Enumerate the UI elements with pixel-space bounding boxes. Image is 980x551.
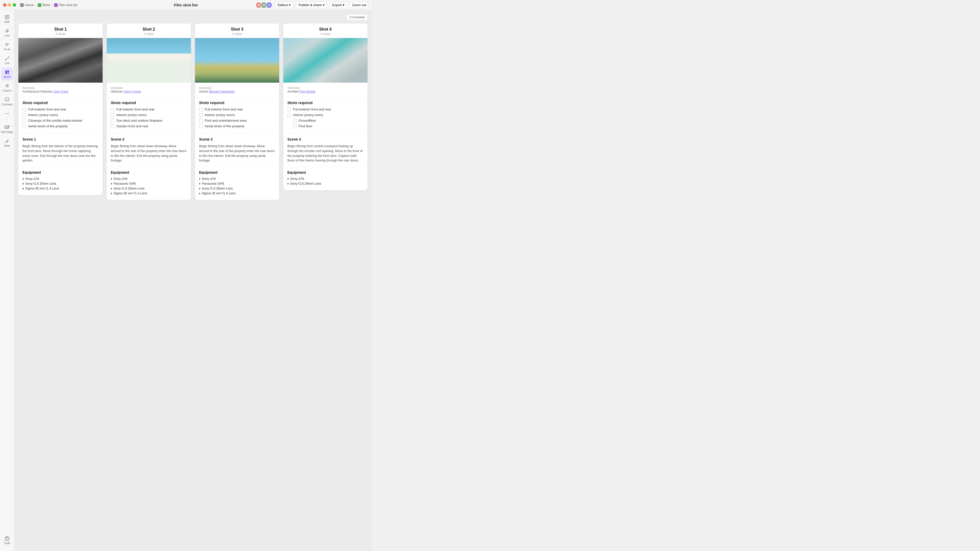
shot-header: Shot 1 4 cards [18, 24, 103, 38]
checkbox[interactable] [111, 124, 115, 128]
checklist-item: Interior (every room) [111, 113, 187, 117]
checklist-item: Sun deck and outdoor fireplace [111, 119, 187, 122]
svg-point-8 [5, 59, 6, 60]
title-bar: Home › Work › Film shot list Film shot l… [0, 0, 372, 10]
svg-rect-25 [5, 537, 9, 540]
checkbox[interactable] [22, 124, 26, 128]
checkbox-sub[interactable] [293, 124, 297, 128]
sidebar-item-board[interactable]: Board [1, 67, 13, 81]
equipment-item: Sony f1.8 28mm Lens [287, 182, 363, 186]
svg-rect-10 [5, 70, 7, 74]
sidebar-item-column[interactable]: Column [1, 81, 13, 94]
checklist-item: Full exterior front and rear [111, 107, 187, 111]
checkbox[interactable] [199, 108, 203, 111]
checklist-sub-item: Groundfloor [293, 119, 363, 122]
zoom-out-button[interactable]: Zoom out [350, 2, 369, 8]
equipment-label: Sony a7iii [25, 177, 39, 181]
shot-image [18, 38, 103, 83]
checklist-item: Closeups of the prefab metal exterior [22, 119, 99, 122]
shots-required-title: Shots required [111, 101, 187, 105]
svg-point-19 [8, 113, 9, 114]
sidebar-item-add-image[interactable]: Add image [1, 122, 13, 136]
main-content: 0 Unsorted Shot 1 4 cards Interview Arch… [14, 10, 372, 551]
checklist-sub-label: Groundfloor [299, 119, 316, 122]
equipment-section: Equipment Sony a7iii Sony f1.8 28mm Lens… [18, 167, 103, 195]
equipment-label: Sony f1.8 28mm Lens [25, 182, 56, 186]
sidebar-item-more[interactable]: ... [1, 109, 13, 122]
top-bar: 0 Unsorted [18, 14, 368, 21]
checklist-item: Garden front and rear [111, 124, 187, 128]
equipment-list: Sony a7iii Panasonic GH5 Sony f1.8 28mm … [111, 177, 187, 195]
shot-title: Shot 1 [18, 27, 103, 32]
equipment-label: Sony a7iii [290, 177, 304, 181]
close-button[interactable] [3, 3, 6, 6]
sidebar-item-note[interactable]: Note [1, 12, 13, 25]
home-icon [20, 3, 24, 7]
sidebar-item-comment[interactable]: Comment [1, 95, 13, 108]
bullet-icon [111, 178, 112, 179]
interview-person: Architectural Historian Joan Gand [22, 90, 99, 94]
checkbox[interactable] [287, 113, 291, 117]
shot-image [107, 38, 191, 83]
equipment-item: Sigma 35 mm f1.4 Lens [199, 192, 275, 195]
interview-label: Interview [22, 86, 99, 90]
equipment-item: Sony a7iii [22, 177, 99, 181]
sidebar-item-trash[interactable]: Trash [1, 534, 13, 547]
checkbox[interactable] [22, 113, 26, 117]
scene-text: Begin filming from central courtyard loo… [287, 144, 363, 163]
comment-icon [5, 97, 10, 102]
checkbox[interactable] [199, 113, 203, 117]
interview-link[interactable]: John Crosse [124, 90, 141, 94]
svg-rect-11 [7, 70, 9, 73]
interview-section: Interview Historian John Crosse [107, 83, 191, 97]
scene-title: Scene 3 [199, 137, 275, 141]
bullet-icon [199, 188, 200, 189]
shots-required-title: Shots required [22, 101, 99, 105]
interview-label: Interview [111, 86, 187, 90]
interview-link[interactable]: Ron Burkle [300, 90, 315, 94]
publish-share-button[interactable]: Publish & share ▾ [296, 2, 327, 8]
interview-label: Interview [287, 86, 363, 90]
svg-rect-12 [7, 73, 9, 74]
checkbox[interactable] [199, 119, 203, 122]
checkbox[interactable] [287, 108, 291, 111]
editors-button[interactable]: Editors ▾ [275, 2, 293, 8]
equipment-item: Sigma 35 mm f1.4 Lens [111, 192, 187, 195]
interview-link[interactable]: Michael Havarland [209, 90, 234, 94]
checkbox[interactable] [22, 108, 26, 111]
scene-text: Begin filming from the interior of the p… [22, 144, 99, 163]
minimize-button[interactable] [8, 3, 11, 6]
checkbox[interactable] [199, 124, 203, 128]
shots-required-section: Shots required Full exterior front and r… [283, 97, 368, 134]
equipment-label: Panasonic GH5 [114, 182, 136, 186]
shot-card-3: Shot 3 4 cards Interview Owner Michael H… [195, 24, 279, 200]
equipment-item: Sony a7iii [111, 177, 187, 181]
sidebar-item-line[interactable]: Line [1, 54, 13, 67]
interview-link[interactable]: Joan Gand [53, 90, 68, 94]
interview-label: Interview [199, 86, 275, 90]
breadcrumb-home[interactable]: Home [20, 3, 34, 7]
export-button[interactable]: Export ▾ [330, 2, 347, 8]
work-icon [38, 3, 41, 7]
bullet-icon [111, 193, 112, 194]
page-title: Film shot list [174, 3, 198, 7]
chevron-down-icon-2: ▾ [323, 3, 325, 7]
svg-point-18 [6, 113, 7, 114]
checkbox-sub[interactable] [293, 119, 297, 122]
checkbox[interactable] [111, 113, 115, 117]
checkbox[interactable] [22, 119, 26, 122]
checkbox[interactable] [111, 119, 115, 122]
sidebar-item-link[interactable]: Link [1, 26, 13, 39]
checklist-sub-item: First floor [293, 124, 363, 128]
checklist-label: Aerial shots of the property [205, 124, 244, 128]
checkbox[interactable] [111, 108, 115, 111]
breadcrumb-film[interactable]: Film shot list [54, 3, 77, 7]
sidebar-item-todo[interactable]: To-do [1, 40, 13, 53]
sidebar-item-draw[interactable]: Draw [1, 136, 13, 149]
equipment-list: Sony a7iii Sony f1.8 28mm Lens [287, 177, 363, 186]
checklist-label: Pool and entertainment area [205, 119, 247, 122]
checklist-item: Pool and entertainment area [199, 119, 275, 122]
breadcrumb-work[interactable]: Work [38, 3, 50, 7]
maximize-button[interactable] [13, 3, 16, 6]
checklist-item: Full exterior front and rear [199, 107, 275, 111]
